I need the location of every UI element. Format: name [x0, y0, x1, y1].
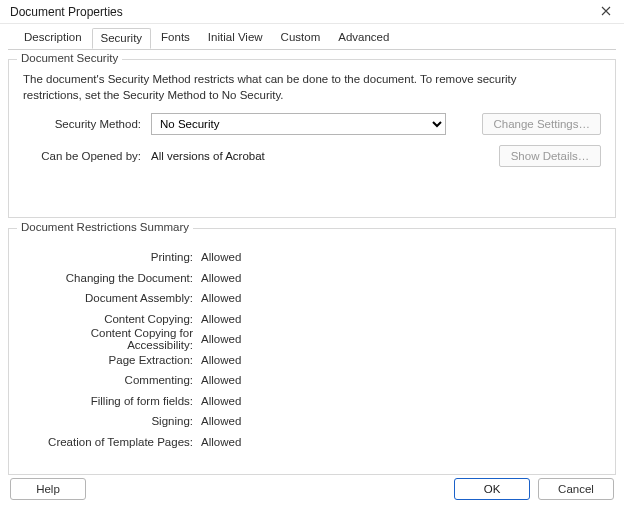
titlebar: Document Properties: [0, 0, 624, 24]
tab-description[interactable]: Description: [16, 28, 90, 49]
change-settings-button: Change Settings…: [482, 113, 601, 135]
restriction-row: Creation of Template Pages:Allowed: [23, 432, 601, 453]
restriction-label: Content Copying for Accessibility:: [23, 327, 201, 351]
tab-custom[interactable]: Custom: [273, 28, 329, 49]
restriction-value: Allowed: [201, 395, 241, 407]
restriction-value: Allowed: [201, 415, 241, 427]
restriction-value: Allowed: [201, 436, 241, 448]
restriction-row: Document Assembly:Allowed: [23, 288, 601, 309]
restriction-value: Allowed: [201, 333, 241, 345]
restriction-row: Content Copying:Allowed: [23, 309, 601, 330]
restriction-row: Content Copying for Accessibility:Allowe…: [23, 329, 601, 350]
restriction-value: Allowed: [201, 272, 241, 284]
restriction-label: Content Copying:: [23, 313, 201, 325]
restriction-row: Changing the Document:Allowed: [23, 268, 601, 289]
restriction-value: Allowed: [201, 354, 241, 366]
restriction-row: Page Extraction:Allowed: [23, 350, 601, 371]
restriction-label: Changing the Document:: [23, 272, 201, 284]
show-details-button: Show Details…: [499, 145, 601, 167]
group-document-security: Document Security The document's Securit…: [8, 59, 616, 218]
close-button[interactable]: [594, 2, 618, 22]
restriction-label: Commenting:: [23, 374, 201, 386]
restriction-row: Filling of form fields:Allowed: [23, 391, 601, 412]
window-title: Document Properties: [10, 5, 594, 19]
restriction-value: Allowed: [201, 374, 241, 386]
restriction-row: Printing:Allowed: [23, 247, 601, 268]
cancel-button[interactable]: Cancel: [538, 478, 614, 500]
security-intro-text: The document's Security Method restricts…: [23, 72, 543, 103]
restrictions-list: Printing:Allowed Changing the Document:A…: [23, 247, 601, 452]
help-button[interactable]: Help: [10, 478, 86, 500]
tabstrip: Description Security Fonts Initial View …: [8, 28, 616, 49]
restriction-label: Filling of form fields:: [23, 395, 201, 407]
opened-by-value: All versions of Acrobat: [151, 150, 265, 162]
row-opened-by: Can be Opened by: All versions of Acroba…: [23, 145, 601, 167]
client-area: Description Security Fonts Initial View …: [0, 24, 624, 472]
group-restrictions-label: Document Restrictions Summary: [17, 221, 193, 233]
restriction-label: Page Extraction:: [23, 354, 201, 366]
restriction-label: Creation of Template Pages:: [23, 436, 201, 448]
restriction-row: Signing:Allowed: [23, 411, 601, 432]
restriction-row: Commenting:Allowed: [23, 370, 601, 391]
restriction-value: Allowed: [201, 292, 241, 304]
restriction-label: Printing:: [23, 251, 201, 263]
restriction-label: Signing:: [23, 415, 201, 427]
restriction-value: Allowed: [201, 313, 241, 325]
restriction-value: Allowed: [201, 251, 241, 263]
tab-security[interactable]: Security: [92, 28, 152, 49]
ok-button[interactable]: OK: [454, 478, 530, 500]
security-method-select-wrap: No Security: [151, 113, 446, 135]
tab-initial-view[interactable]: Initial View: [200, 28, 271, 49]
restriction-label: Document Assembly:: [23, 292, 201, 304]
group-restrictions: Document Restrictions Summary Printing:A…: [8, 228, 616, 475]
row-security-method: Security Method: No Security Change Sett…: [23, 113, 601, 135]
security-method-label: Security Method:: [23, 118, 151, 130]
bottom-button-bar: Help OK Cancel: [0, 472, 624, 506]
tab-fonts[interactable]: Fonts: [153, 28, 198, 49]
close-icon: [601, 6, 611, 18]
group-document-security-label: Document Security: [17, 52, 122, 64]
security-method-select[interactable]: No Security: [151, 113, 446, 135]
opened-by-label: Can be Opened by:: [23, 150, 151, 162]
tab-advanced[interactable]: Advanced: [330, 28, 397, 49]
